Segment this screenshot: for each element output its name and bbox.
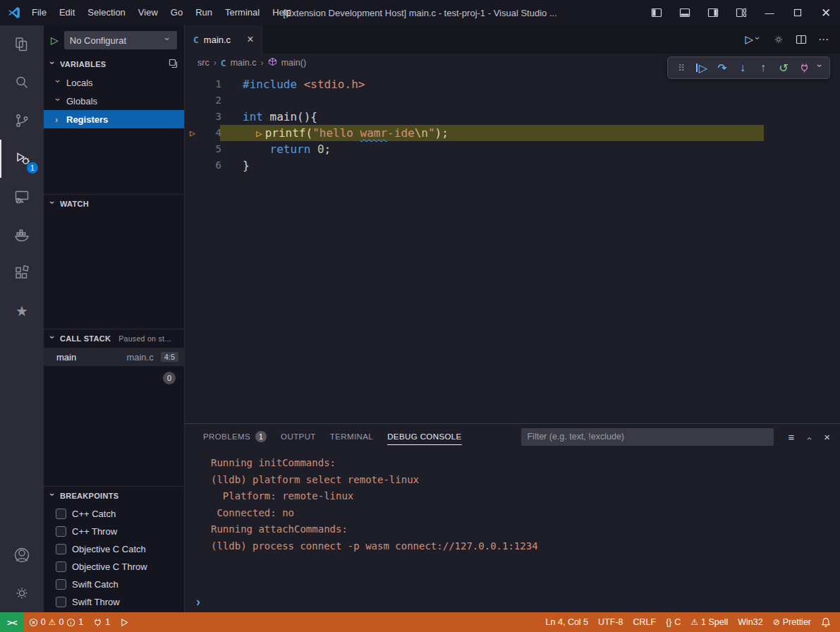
breakpoint-gutter[interactable] xyxy=(185,109,200,125)
step-into-button[interactable]: ↓ xyxy=(734,61,751,74)
breakpoint-gutter[interactable] xyxy=(185,157,200,174)
drag-handle-icon[interactable]: ⠿ xyxy=(673,63,690,73)
breakpoint-c-throw[interactable]: C++ Throw xyxy=(44,523,184,540)
debug-console-output[interactable]: Running initCommands:(lldb) platform sel… xyxy=(185,449,840,591)
status-ports[interactable]: 1 xyxy=(88,612,115,632)
menu-file[interactable]: File xyxy=(25,0,53,25)
disconnect-button[interactable] xyxy=(796,63,812,73)
checkbox-icon[interactable] xyxy=(56,544,66,554)
current-line-arrow-icon[interactable]: ▷ xyxy=(185,125,200,141)
start-debugging-icon[interactable]: ▷ xyxy=(51,35,59,46)
minimize-icon[interactable]: — xyxy=(755,0,784,25)
editor[interactable]: 1#include <stdio.h>23int main(){▷4 ▷prin… xyxy=(185,72,840,423)
console-line: Running attachCommands: xyxy=(211,521,840,538)
layout-sidebar-icon[interactable] xyxy=(643,0,671,25)
breakpoint-gutter[interactable] xyxy=(185,76,200,92)
close-panel-icon[interactable]: × xyxy=(824,431,830,443)
breakpoint-label: Swift Throw xyxy=(72,597,120,607)
customize-layout-icon[interactable] xyxy=(727,0,755,25)
stack-frame-row[interactable]: main main.c 4:5 xyxy=(44,348,184,366)
chevron-up-icon[interactable]: › xyxy=(804,433,813,440)
checkbox-icon[interactable] xyxy=(56,597,66,607)
extensions-icon[interactable] xyxy=(0,254,44,292)
panel-tab-debug-console[interactable]: DEBUG CONSOLE xyxy=(387,424,462,449)
menu-edit[interactable]: Edit xyxy=(53,0,81,25)
step-over-button[interactable]: ↷ xyxy=(714,61,731,75)
plug-icon xyxy=(93,618,102,627)
breakpoint-gutter[interactable] xyxy=(185,141,200,157)
docker-icon[interactable] xyxy=(0,216,44,254)
status-encoding[interactable]: UTF-8 xyxy=(593,612,628,632)
settings-gear-icon[interactable] xyxy=(773,34,784,45)
menubar: FileEditSelectionViewGoRunTerminalHelp xyxy=(25,0,298,25)
breakpoint-objective-c-throw[interactable]: Objective C Throw xyxy=(44,558,184,576)
filter-lines-icon[interactable]: ≡ xyxy=(788,431,794,443)
status-eol[interactable]: CRLF xyxy=(628,612,662,632)
remote-indicator[interactable]: >< xyxy=(0,612,24,632)
breakpoint-gutter[interactable] xyxy=(185,92,200,109)
run-or-debug-button[interactable]: ▷› xyxy=(745,33,762,46)
inline-breakpoint-icon[interactable]: ▷ xyxy=(256,128,264,139)
favorites-star-icon[interactable]: ★ xyxy=(0,292,44,330)
status-formatter[interactable]: ⊘Prettier xyxy=(768,612,816,632)
breakpoint-swift-catch[interactable]: Swift Catch xyxy=(44,576,184,593)
debug-config-select[interactable]: No Configurat › xyxy=(64,31,177,49)
more-actions-icon[interactable]: ⋯ xyxy=(818,33,829,46)
close-icon[interactable]: × xyxy=(247,34,253,45)
checkbox-icon[interactable] xyxy=(56,509,66,519)
source-control-icon[interactable] xyxy=(0,102,44,140)
maximize-icon[interactable] xyxy=(784,0,812,25)
menu-selection[interactable]: Selection xyxy=(81,0,131,25)
breadcrumb-file[interactable]: main.c xyxy=(231,58,257,68)
continue-button[interactable]: ▷ xyxy=(693,61,710,75)
panel-tab-terminal[interactable]: TERMINAL xyxy=(330,424,373,449)
code-text: ▷printf("hello wamr-ide\n"); xyxy=(221,125,449,141)
status-platform[interactable]: Win32 xyxy=(733,612,767,632)
variables-header[interactable]: › VARIABLES xyxy=(44,55,184,73)
variables-item-globals[interactable]: ›Globals xyxy=(44,92,184,110)
breadcrumb-folder[interactable]: src xyxy=(197,58,209,68)
settings-gear-icon[interactable] xyxy=(0,574,44,612)
breakpoint-swift-throw[interactable]: Swift Throw xyxy=(44,593,184,611)
chevron-down-icon[interactable]: › xyxy=(815,64,824,73)
copy-icon[interactable] xyxy=(169,59,178,70)
watch-header[interactable]: › WATCH xyxy=(44,195,184,213)
remote-explorer-icon[interactable] xyxy=(0,178,44,216)
layout-secondary-sidebar-icon[interactable] xyxy=(699,0,727,25)
status-spell-checker[interactable]: ⚠1 Spell xyxy=(686,612,733,632)
menu-view[interactable]: View xyxy=(132,0,164,25)
callstack-header[interactable]: › CALL STACK Paused on st... xyxy=(44,329,184,348)
breakpoints-header[interactable]: › BREAKPOINTS xyxy=(44,487,184,505)
panel-tab-output[interactable]: OUTPUT xyxy=(281,424,316,449)
step-out-button[interactable]: ↑ xyxy=(755,61,772,74)
restart-button[interactable]: ↺ xyxy=(775,61,792,75)
layout-panel-icon[interactable] xyxy=(671,0,699,25)
checkbox-icon[interactable] xyxy=(56,526,66,537)
checkbox-icon[interactable] xyxy=(56,561,66,572)
menu-run[interactable]: Run xyxy=(189,0,219,25)
panel-tab-problems[interactable]: PROBLEMS1 xyxy=(203,424,267,449)
variables-item-registers[interactable]: ›Registers xyxy=(44,110,184,128)
search-icon[interactable] xyxy=(0,63,44,102)
accounts-icon[interactable] xyxy=(0,536,44,574)
split-editor-icon[interactable] xyxy=(796,34,807,45)
breakpoint-objective-c-catch[interactable]: Objective C Catch xyxy=(44,540,184,558)
explorer-icon[interactable] xyxy=(0,25,44,63)
tab-main-c[interactable]: C main.c × xyxy=(185,25,262,54)
close-window-icon[interactable]: ✕ xyxy=(812,0,840,25)
breakpoint-c-catch[interactable]: C++ Catch xyxy=(44,505,184,523)
breadcrumb-symbol[interactable]: main() xyxy=(281,58,306,68)
status-cursor-position[interactable]: Ln 4, Col 5 xyxy=(541,612,593,632)
menu-go[interactable]: Go xyxy=(164,0,189,25)
console-input-row[interactable]: › xyxy=(185,591,840,612)
status-notifications[interactable] xyxy=(816,612,836,632)
status-language-mode[interactable]: {}C xyxy=(661,612,686,632)
variables-item-locals[interactable]: ›Locals xyxy=(44,73,184,92)
status-debug[interactable] xyxy=(115,612,134,632)
console-filter-input[interactable] xyxy=(521,428,774,446)
checkbox-icon[interactable] xyxy=(56,579,66,590)
menu-terminal[interactable]: Terminal xyxy=(219,0,266,25)
chevron-down-icon: › xyxy=(48,336,57,343)
run-and-debug-icon[interactable]: 1 xyxy=(0,140,44,178)
status-problems[interactable]: 0 ⚠ 0 1 xyxy=(24,612,89,632)
